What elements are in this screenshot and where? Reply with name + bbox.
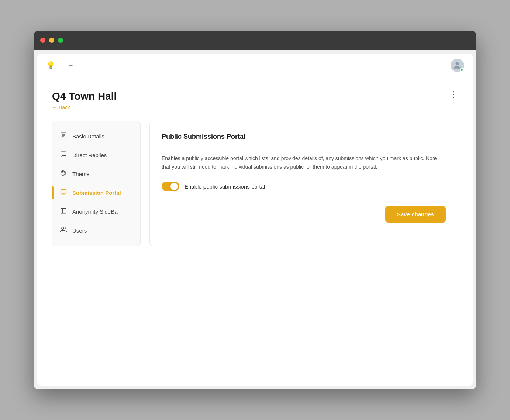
- toggle-track: [162, 182, 179, 191]
- svg-point-13: [62, 227, 64, 229]
- panel-footer: Save changes: [162, 206, 446, 223]
- page-header-left: Q4 Town Hall ← Back: [52, 90, 117, 110]
- svg-rect-8: [61, 189, 66, 193]
- topbar: 💡 ⊢→: [37, 54, 473, 77]
- page-title: Q4 Town Hall: [52, 90, 117, 102]
- sidebar-item-direct-replies[interactable]: Direct Replies: [52, 146, 140, 165]
- page-header: Q4 Town Hall ← Back ⋮: [52, 90, 458, 110]
- basic-details-icon: [60, 132, 67, 141]
- bulb-icon: 💡: [46, 61, 55, 70]
- svg-point-6: [64, 172, 65, 172]
- users-icon: [60, 226, 67, 235]
- more-options-button[interactable]: ⋮: [449, 90, 458, 99]
- toggle-label: Enable public submissions portal: [185, 183, 265, 190]
- sidebar-item-label: Submission Portal: [72, 190, 121, 196]
- titlebar: [34, 31, 476, 50]
- anonymity-sidebar-icon: [60, 207, 67, 216]
- sidebar-item-label: Basic Details: [72, 133, 104, 140]
- direct-replies-icon: [60, 151, 67, 159]
- submission-portal-icon: [60, 189, 67, 197]
- save-changes-button[interactable]: Save changes: [385, 206, 446, 223]
- sidebar-item-label: Direct Replies: [72, 152, 107, 158]
- topbar-left: 💡 ⊢→: [46, 61, 74, 70]
- user-avatar-wrapper[interactable]: [451, 59, 464, 72]
- app-content: 💡 ⊢→ Q4 Town Hall ← Back ⋮: [37, 54, 473, 386]
- sidebar-item-theme[interactable]: Theme: [52, 165, 140, 183]
- maximize-button[interactable]: [58, 38, 63, 43]
- svg-rect-11: [61, 208, 66, 213]
- sidebar-item-users[interactable]: Users: [52, 221, 140, 240]
- sidebar-item-basic-details[interactable]: Basic Details: [52, 127, 140, 146]
- minimize-button[interactable]: [49, 38, 54, 43]
- panel-title: Public Submissions Portal: [162, 133, 446, 147]
- svg-point-4: [62, 173, 62, 173]
- main-panel: Public Submissions Portal Enables a publ…: [149, 121, 458, 246]
- theme-icon: [60, 170, 67, 178]
- avatar-icon: [453, 61, 461, 69]
- toggle-row: Enable public submissions portal: [162, 182, 446, 191]
- sidebar: Basic Details Direct Replies: [52, 121, 141, 246]
- sidebar-item-label: Anonymity SideBar: [72, 209, 120, 215]
- main-area: Q4 Town Hall ← Back ⋮ Basic Details: [37, 77, 473, 386]
- enable-portal-toggle[interactable]: [162, 182, 179, 191]
- sidebar-item-label: Users: [72, 227, 87, 234]
- svg-point-7: [65, 173, 65, 173]
- close-button[interactable]: [40, 38, 45, 43]
- sidebar-item-label: Theme: [72, 171, 90, 177]
- back-link[interactable]: ← Back: [52, 104, 117, 110]
- svg-point-5: [62, 172, 63, 172]
- online-indicator: [460, 68, 464, 72]
- app-window: 💡 ⊢→ Q4 Town Hall ← Back ⋮: [34, 31, 476, 389]
- toggle-thumb: [170, 183, 178, 190]
- expand-icon[interactable]: ⊢→: [61, 61, 74, 69]
- sidebar-item-submission-portal[interactable]: Submission Portal: [52, 183, 140, 202]
- content-layout: Basic Details Direct Replies: [52, 121, 458, 246]
- sidebar-item-anonymity-sidebar[interactable]: Anonymity SideBar: [52, 202, 140, 221]
- panel-description: Enables a publicly accessible portal whi…: [162, 154, 446, 171]
